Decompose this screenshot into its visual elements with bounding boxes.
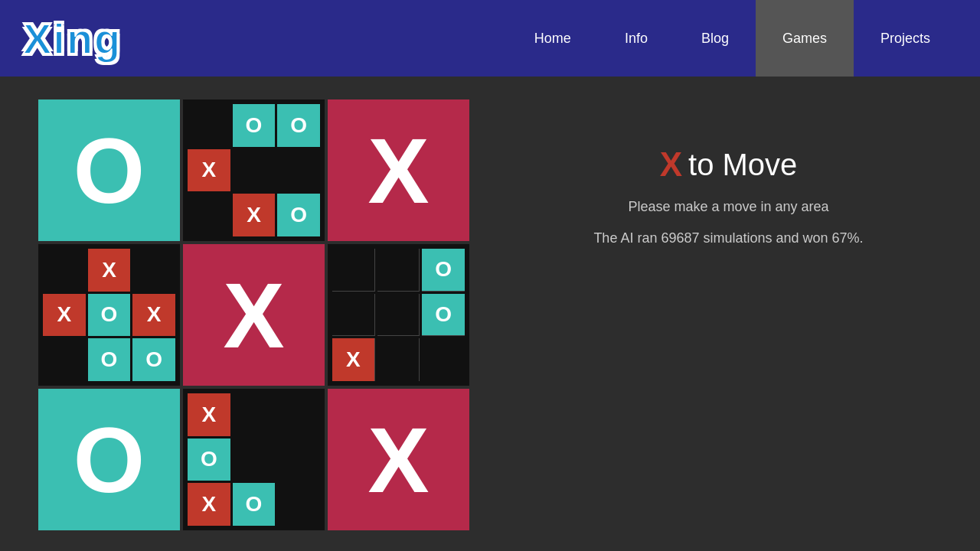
nav-blog[interactable]: Blog [675, 0, 756, 77]
status-text: Please make a move in any area [628, 199, 828, 215]
cell-letter-1-1: X [223, 269, 284, 361]
mini-cell[interactable]: O [88, 338, 131, 381]
mini-cell[interactable]: O [233, 104, 276, 147]
mini-cell[interactable]: O [188, 439, 230, 481]
board-cell-0-1[interactable]: O O X X O [183, 99, 325, 241]
mini-cell[interactable] [277, 149, 320, 192]
mini-cell[interactable] [377, 294, 420, 337]
turn-x-letter: X [660, 145, 682, 184]
board-cell-1-2[interactable]: O O X [328, 244, 469, 386]
mini-cell[interactable]: X [188, 149, 230, 192]
navbar: Xing Home Info Blog Games Projects [0, 0, 980, 77]
mini-cell[interactable]: X [233, 194, 276, 236]
mini-cell[interactable] [377, 338, 420, 381]
mini-cell[interactable] [277, 483, 320, 526]
mini-cell[interactable]: O [277, 194, 320, 236]
board-cell-0-0[interactable]: O [38, 99, 180, 241]
mini-cell[interactable]: X [88, 249, 131, 292]
mini-cell[interactable]: O [422, 249, 465, 292]
cell-letter-2-2: X [368, 414, 429, 506]
board-cell-0-2[interactable]: X [328, 99, 469, 241]
mini-cell[interactable] [188, 194, 230, 236]
mini-cell[interactable]: O [233, 483, 276, 526]
turn-indicator: X to Move [660, 145, 798, 184]
cell-letter-0-2: X [368, 125, 429, 217]
mini-cell[interactable] [332, 249, 375, 292]
nav-links: Home Info Blog Games Projects [508, 0, 957, 77]
turn-label: to Move [688, 148, 797, 182]
ai-stats-text: The AI ran 69687 simulations and won 67%… [593, 230, 863, 246]
mini-cell[interactable]: O [277, 104, 320, 147]
nav-home[interactable]: Home [508, 0, 598, 77]
mini-cell[interactable] [188, 104, 230, 147]
mini-cell[interactable] [277, 439, 320, 481]
cell-letter-2-0: O [74, 414, 145, 506]
board-cell-1-1[interactable]: X [183, 244, 325, 386]
nav-info[interactable]: Info [598, 0, 675, 77]
mini-cell[interactable] [43, 249, 86, 292]
nav-projects[interactable]: Projects [854, 0, 957, 77]
mini-cell[interactable] [277, 393, 320, 436]
board-cell-2-2[interactable]: X [328, 389, 469, 530]
mini-cell[interactable] [422, 338, 465, 381]
mini-cell[interactable] [332, 294, 375, 337]
mini-cell[interactable]: X [43, 294, 86, 337]
game-board: O O O X X O X X [38, 99, 469, 530]
board-cell-2-0[interactable]: O [38, 389, 180, 530]
mini-cell[interactable]: X [188, 483, 230, 526]
mini-cell[interactable]: X [188, 393, 230, 436]
mini-cell[interactable]: X [132, 294, 175, 337]
logo: Xing [23, 14, 122, 64]
mini-cell[interactable] [233, 149, 276, 192]
mini-cell[interactable] [43, 338, 86, 381]
mini-cell[interactable]: O [422, 294, 465, 337]
info-panel: X to Move Please make a move in any area… [515, 99, 942, 246]
mini-cell[interactable] [233, 439, 276, 481]
board-cell-2-1[interactable]: X O X O [183, 389, 325, 530]
mini-cell[interactable]: O [88, 294, 131, 337]
cell-letter-0-0: O [74, 125, 145, 217]
mini-cell[interactable] [233, 393, 276, 436]
mini-cell[interactable]: O [132, 338, 175, 381]
main-content: O O O X X O X X [0, 77, 980, 551]
nav-games[interactable]: Games [756, 0, 854, 77]
mini-cell[interactable] [377, 249, 420, 292]
mini-cell[interactable]: X [332, 338, 375, 381]
board-cell-1-0[interactable]: X X O X O O [38, 244, 180, 386]
mini-cell[interactable] [132, 249, 175, 292]
